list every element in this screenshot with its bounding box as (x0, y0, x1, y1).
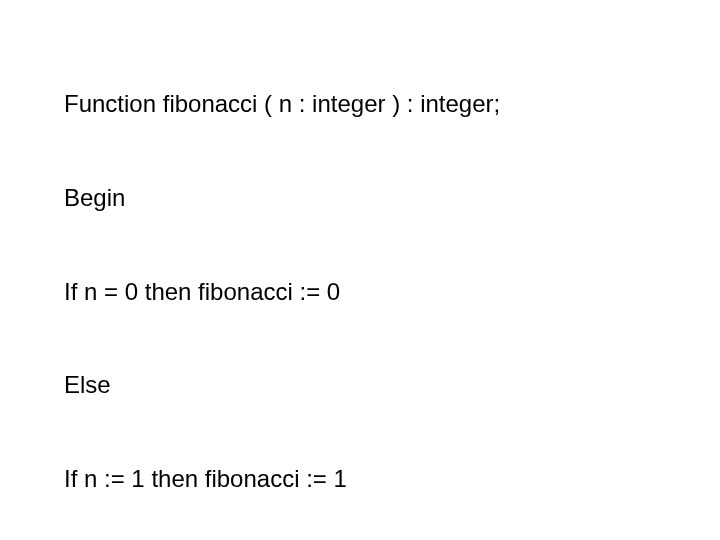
code-line: If n = 0 then fibonacci := 0 (36, 276, 720, 307)
code-line: Function fibonacci ( n : integer ) : int… (36, 88, 720, 119)
code-line: Else (36, 369, 720, 400)
code-line: If n := 1 then fibonacci := 1 (36, 463, 720, 494)
code-listing: Function fibonacci ( n : integer ) : int… (36, 26, 720, 540)
code-line: Begin (36, 182, 720, 213)
